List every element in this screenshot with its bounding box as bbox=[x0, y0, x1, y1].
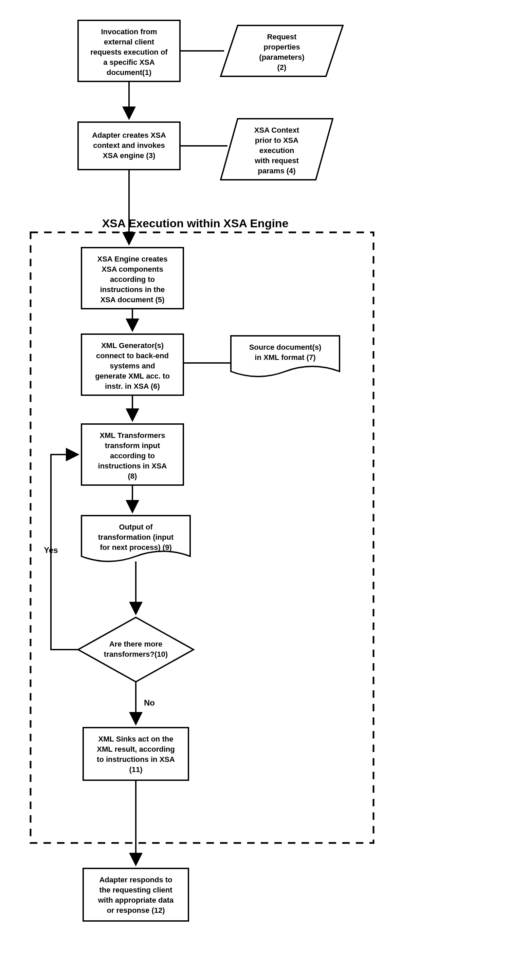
no-label: No bbox=[144, 698, 155, 707]
b8-l3: according to bbox=[110, 452, 155, 460]
b12-l3: with appropriate data bbox=[98, 896, 174, 904]
b9-l2: transformation (input bbox=[98, 533, 174, 541]
b9-l3: for next process) (9) bbox=[100, 543, 172, 552]
b6-l5: instr. in XSA (6) bbox=[105, 382, 160, 390]
b12-l1: Adapter responds to bbox=[99, 875, 172, 884]
b12-l2: the requesting client bbox=[99, 886, 172, 894]
b4-l5: params (4) bbox=[258, 167, 295, 175]
flowchart: Invocation from external client requests… bbox=[7, 7, 511, 980]
b10-l1: Are there more bbox=[109, 640, 163, 648]
b1-l2: external client bbox=[104, 38, 155, 46]
b4-l4: with request bbox=[254, 156, 299, 165]
b3-l2: context and invokes bbox=[93, 141, 165, 150]
b8-l4: instructions in XSA bbox=[98, 462, 167, 470]
b1-l4: a specific XSA bbox=[103, 58, 155, 67]
b11-l1: XML Sinks act on the bbox=[99, 735, 174, 743]
engine-title: XSA Execution within XSA Engine bbox=[102, 217, 288, 230]
b7-l1: Source document(s) bbox=[249, 343, 321, 352]
b1-l3: requests execution of bbox=[90, 48, 168, 56]
b3-l1: Adapter creates XSA bbox=[92, 131, 166, 139]
b2-l2: properties bbox=[263, 43, 300, 51]
b11-l2: XML result, according bbox=[97, 745, 174, 753]
b3-l3: XSA engine (3) bbox=[103, 151, 155, 160]
b5-l3: according to bbox=[110, 275, 155, 283]
b6-l4: generate XML acc. to bbox=[95, 372, 170, 380]
b8-l2: transform input bbox=[105, 441, 160, 450]
b2-l3: (parameters) bbox=[259, 53, 304, 61]
b5-l4: instructions in the bbox=[100, 285, 165, 294]
b8-l5: (8) bbox=[128, 472, 137, 480]
b8-l1: XML Transformers bbox=[100, 431, 165, 440]
b2-l1: Request bbox=[267, 33, 297, 41]
b5-l1: XSA Engine creates bbox=[97, 255, 168, 263]
b4-l2: prior to XSA bbox=[255, 136, 299, 145]
b4-l1: XSA Context bbox=[254, 126, 299, 134]
yes-label: Yes bbox=[44, 546, 58, 555]
b1-l5: document(1) bbox=[107, 68, 152, 77]
b11-l4: (11) bbox=[129, 765, 142, 774]
b2-l4: (2) bbox=[278, 63, 287, 72]
b6-l3: systems and bbox=[110, 362, 155, 370]
b10-l2: transformers?(10) bbox=[104, 650, 168, 659]
b5-l5: XSA document (5) bbox=[101, 296, 164, 304]
b6-l1: XML Generator(s) bbox=[101, 341, 164, 350]
b6-l2: connect to back-end bbox=[96, 352, 169, 360]
b7-l2: in XML format (7) bbox=[255, 353, 315, 362]
b1-l1: Invocation from bbox=[101, 27, 157, 36]
b12-l4: or response (12) bbox=[107, 906, 164, 915]
b11-l3: to instructions in XSA bbox=[97, 755, 175, 764]
b4-l3: execution bbox=[259, 146, 294, 155]
b9-l1: Output of bbox=[119, 523, 153, 531]
b5-l2: XSA components bbox=[102, 265, 163, 274]
